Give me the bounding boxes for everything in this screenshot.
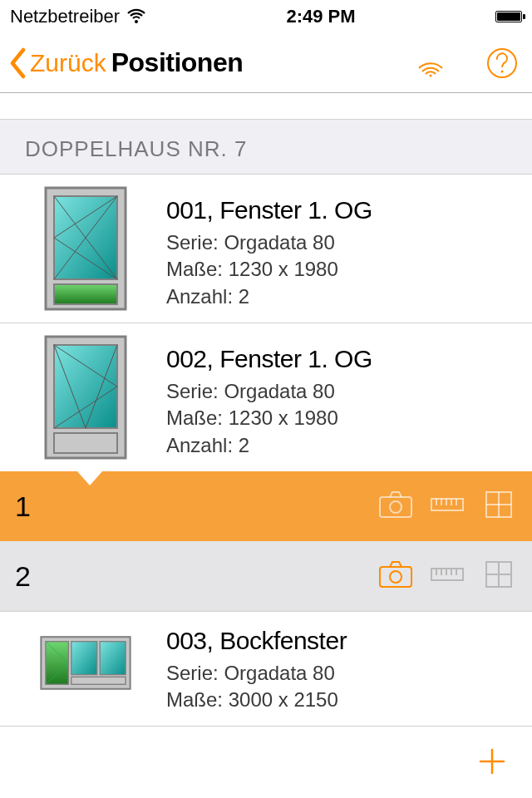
window-thumbnail bbox=[40, 623, 131, 707]
svg-rect-16 bbox=[54, 433, 117, 453]
svg-point-2 bbox=[501, 70, 504, 72]
back-button[interactable]: Zurück bbox=[8, 47, 106, 79]
ruler-icon[interactable] bbox=[429, 489, 466, 524]
svg-point-29 bbox=[390, 571, 401, 583]
wifi-icon bbox=[126, 7, 146, 27]
svg-rect-43 bbox=[71, 642, 97, 675]
status-time: 2:49 PM bbox=[286, 6, 355, 27]
svg-rect-28 bbox=[380, 567, 411, 587]
bottom-toolbar bbox=[0, 728, 532, 798]
position-item[interactable]: 001, Fenster 1. OG Serie: Orgadata 80 Ma… bbox=[0, 175, 532, 323]
pointer-indicator bbox=[76, 470, 103, 485]
svg-point-0 bbox=[430, 74, 432, 76]
grid-icon[interactable] bbox=[480, 489, 517, 524]
nav-bar: Zurück Positionen bbox=[0, 33, 532, 93]
position-item[interactable]: 003, Bockfenster Serie: Orgadata 80 Maße… bbox=[0, 611, 532, 727]
item-meta: Serie: Orgadata 80 Maße: 3000 x 2150 bbox=[166, 660, 515, 714]
section-header: DOPPELHAUS NR. 7 bbox=[0, 120, 532, 175]
svg-rect-44 bbox=[100, 642, 126, 675]
chevron-left-icon bbox=[8, 47, 27, 79]
item-title: 002, Fenster 1. OG bbox=[166, 345, 515, 373]
camera-icon[interactable] bbox=[377, 559, 414, 594]
item-meta: Serie: Orgadata 80 Maße: 1230 x 1980 Anz… bbox=[166, 378, 515, 459]
help-icon[interactable] bbox=[484, 45, 520, 81]
status-bar: Netzbetreiber 2:49 PM bbox=[0, 0, 532, 33]
nav-separator bbox=[0, 93, 532, 120]
item-title: 001, Fenster 1. OG bbox=[166, 196, 515, 224]
page-title: Positionen bbox=[111, 47, 244, 78]
instance-row-selected[interactable]: 1 bbox=[0, 471, 532, 541]
position-item[interactable]: 002, Fenster 1. OG Serie: Orgadata 80 Ma… bbox=[0, 323, 532, 471]
svg-rect-17 bbox=[380, 497, 411, 517]
instance-number: 2 bbox=[15, 560, 31, 593]
carrier-label: Netzbetreiber bbox=[10, 6, 120, 27]
battery-icon bbox=[495, 11, 522, 22]
grid-icon[interactable] bbox=[480, 559, 517, 594]
svg-rect-11 bbox=[54, 345, 117, 428]
instance-number: 1 bbox=[15, 490, 31, 523]
camera-icon[interactable] bbox=[377, 489, 414, 524]
window-thumbnail bbox=[40, 186, 131, 311]
ruler-icon[interactable] bbox=[429, 559, 466, 594]
svg-point-18 bbox=[390, 501, 401, 513]
broadcast-icon[interactable] bbox=[412, 45, 449, 81]
instance-row[interactable]: 2 bbox=[0, 541, 532, 611]
add-button[interactable] bbox=[475, 741, 509, 785]
svg-rect-40 bbox=[46, 642, 69, 685]
item-meta: Serie: Orgadata 80 Maße: 1230 x 1980 Anz… bbox=[166, 229, 515, 310]
back-label: Zurück bbox=[30, 49, 106, 77]
svg-rect-9 bbox=[54, 284, 117, 304]
window-thumbnail bbox=[40, 335, 131, 460]
svg-rect-45 bbox=[71, 677, 126, 684]
item-title: 003, Bockfenster bbox=[166, 627, 515, 655]
